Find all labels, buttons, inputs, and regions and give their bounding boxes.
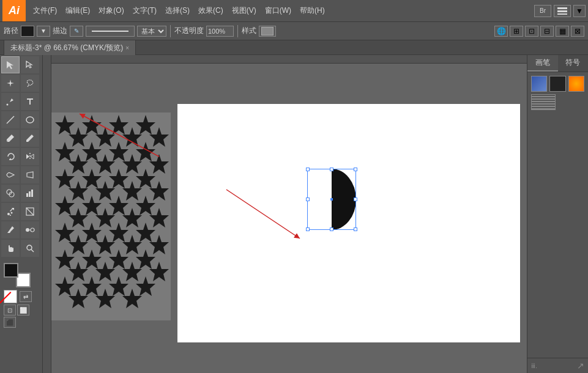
svg-rect-14 <box>29 191 31 197</box>
arrange-btn4[interactable]: ⊟ <box>540 26 554 37</box>
shapebuilder-tool[interactable] <box>1 185 20 202</box>
panel-tab-brush[interactable]: 画笔 <box>527 55 558 72</box>
search-btn[interactable]: ▼ <box>573 5 586 17</box>
svg-rect-15 <box>31 190 33 197</box>
tool-row-1 <box>1 56 41 73</box>
panel-tabs: 画笔 符号 <box>527 55 588 72</box>
free-transform-tool[interactable] <box>21 166 39 183</box>
canvas-area <box>43 55 527 373</box>
fill-options[interactable]: ▼ <box>37 26 50 37</box>
stars-pattern-area <box>51 113 171 320</box>
screen-mode-normal[interactable]: ⊡ <box>4 305 16 316</box>
svg-rect-0 <box>557 7 567 9</box>
arrange-btn5[interactable]: ▦ <box>556 26 569 37</box>
style-label: 样式 <box>242 26 256 36</box>
menu-edit[interactable]: 编辑(E) <box>62 3 94 18</box>
handle-mr[interactable] <box>354 198 357 201</box>
hand-tool[interactable] <box>1 240 20 257</box>
screen-mode-full[interactable]: ⬜ <box>17 305 29 316</box>
bridge-btn[interactable]: Br <box>534 5 551 17</box>
panel-menu-btn[interactable]: ↗ <box>577 361 584 371</box>
panel-tab-symbol[interactable]: 符号 <box>558 55 589 72</box>
reflect-tool[interactable] <box>21 148 39 165</box>
arrange-btn2[interactable]: ⊞ <box>510 26 523 37</box>
foreground-color-swatch[interactable] <box>4 263 18 278</box>
arrange-btn1[interactable]: 🌐 <box>494 26 508 37</box>
toolbar: 路径 ▼ 描边 ✎ 基本 不透明度 样式 🌐 ⊞ ⊡ ⊟ ▦ ⊠ <box>0 22 588 40</box>
type-tool[interactable] <box>21 93 39 110</box>
menu-window[interactable]: 窗口(W) <box>261 3 295 18</box>
svg-point-17 <box>11 212 13 214</box>
selected-object[interactable] <box>307 169 356 230</box>
brush-blue[interactable] <box>531 76 547 92</box>
handle-tl[interactable] <box>306 168 310 171</box>
color-controls: ⇄ ⊡ ⬜ ⬛ <box>1 260 41 330</box>
left-toolbar: ⇄ ⊡ ⬜ ⬛ <box>0 55 43 373</box>
svg-line-19 <box>26 208 34 215</box>
handle-ml[interactable] <box>306 198 310 201</box>
blend-tool[interactable] <box>21 221 39 238</box>
stroke-options[interactable]: ✎ <box>70 26 83 37</box>
svg-marker-3 <box>7 79 14 87</box>
handle-bl[interactable] <box>306 227 310 231</box>
menu-object[interactable]: 对象(O) <box>95 3 127 18</box>
svg-point-21 <box>26 228 29 232</box>
divider1 <box>170 25 171 37</box>
tool-row-2 <box>1 75 41 92</box>
menu-file[interactable]: 文件(F) <box>29 3 61 18</box>
brush-ink[interactable] <box>549 76 565 92</box>
line-tool[interactable] <box>1 111 20 128</box>
stroke-style-select[interactable]: 基本 <box>137 26 166 37</box>
slice-tool[interactable] <box>21 203 39 220</box>
handle-tr[interactable] <box>354 168 357 171</box>
menu-view[interactable]: 视图(V) <box>228 3 260 18</box>
tool-row-3 <box>1 93 41 110</box>
svg-line-4 <box>28 85 29 87</box>
select-tool[interactable] <box>1 56 20 73</box>
graph-tool[interactable] <box>21 185 39 202</box>
workspace-btn[interactable] <box>554 5 571 17</box>
document-tab[interactable]: 未标题-3* @ 66.67% (CMYK/预览) × <box>4 40 136 56</box>
symbol-spray-tool[interactable] <box>1 203 20 220</box>
app-logo: Ai <box>2 0 26 21</box>
brush-texture[interactable] <box>531 94 556 110</box>
warp-tool[interactable] <box>1 166 20 183</box>
paintbrush-tool[interactable] <box>1 130 20 147</box>
svg-line-25 <box>31 249 34 252</box>
swap-colors-btn[interactable]: ⇄ <box>20 291 32 302</box>
magic-wand-tool[interactable] <box>1 75 20 92</box>
brush-orange[interactable] <box>568 76 584 92</box>
handle-br[interactable] <box>354 227 357 231</box>
ruler-vertical <box>43 55 51 373</box>
tool-row-4 <box>1 111 41 128</box>
handle-bc[interactable] <box>330 227 333 231</box>
menu-select[interactable]: 选择(S) <box>162 3 193 18</box>
pencil-tool[interactable] <box>21 130 39 147</box>
direct-select-tool[interactable] <box>21 56 39 73</box>
center-dot <box>330 198 333 201</box>
tab-close-btn[interactable]: × <box>125 45 129 51</box>
arrange-btn3[interactable]: ⊡ <box>525 26 538 37</box>
menu-effect[interactable]: 效果(C) <box>195 3 227 18</box>
svg-point-5 <box>7 104 9 106</box>
svg-rect-13 <box>26 193 28 197</box>
rotate-tool[interactable] <box>1 148 20 165</box>
svg-point-18 <box>10 215 11 216</box>
fill-swatch[interactable] <box>21 26 34 37</box>
menu-help[interactable]: 帮助(H) <box>296 3 329 18</box>
stroke-line-preview[interactable] <box>86 26 135 37</box>
svg-point-24 <box>27 245 32 250</box>
opacity-input[interactable] <box>206 26 234 37</box>
handle-tc[interactable] <box>330 168 333 171</box>
no-color-btn[interactable] <box>4 290 17 303</box>
lasso-tool[interactable] <box>21 75 39 92</box>
arrange-btn6[interactable]: ⊠ <box>571 26 584 37</box>
menu-text[interactable]: 文字(T) <box>129 3 160 18</box>
zoom-tool[interactable] <box>21 240 39 257</box>
tabbar: 未标题-3* @ 66.67% (CMYK/预览) × <box>0 40 588 55</box>
style-swatch[interactable] <box>259 26 276 37</box>
pen-tool[interactable] <box>1 93 20 110</box>
ellipse-tool[interactable] <box>21 111 39 128</box>
eyedropper-tool[interactable] <box>1 221 20 238</box>
screen-mode-dark[interactable]: ⬛ <box>4 317 16 328</box>
